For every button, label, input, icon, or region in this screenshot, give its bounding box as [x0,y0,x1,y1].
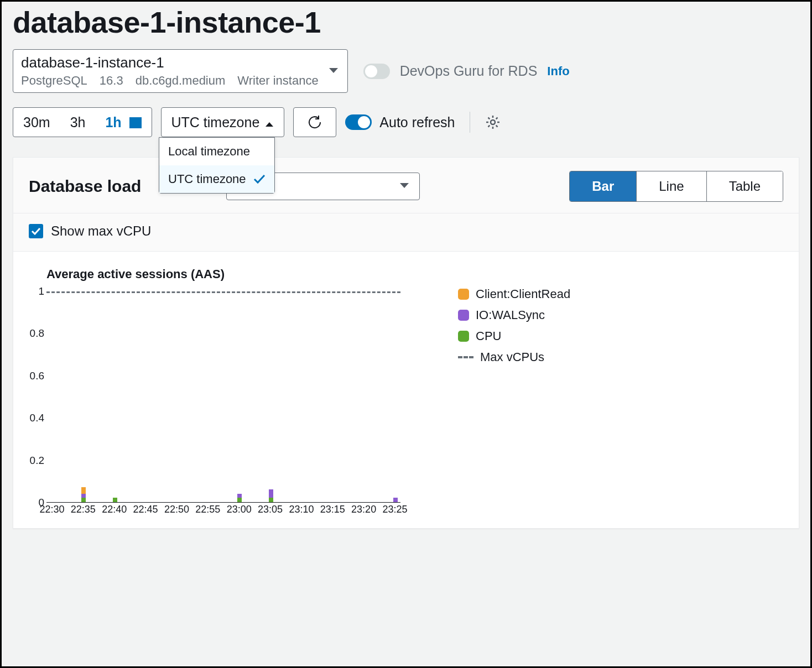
database-load-panel: Database load Bar Line Table Show max vC… [13,157,799,529]
instance-name: database-1-instance-1 [21,54,319,71]
svg-point-7 [491,120,495,124]
gear-icon[interactable] [485,114,501,131]
page-title: database-1-instance-1 [13,5,799,39]
view-table[interactable]: Table [706,171,783,201]
svg-rect-4 [132,123,133,124]
timezone-selected-label: UTC timezone [171,114,260,131]
time-range-segment: 30m 3h 1h [13,107,152,137]
refresh-button[interactable] [293,107,336,137]
svg-rect-1 [132,120,133,122]
caret-down-icon [399,181,409,191]
instance-version: 16.3 [100,74,123,88]
show-max-vcpu-label[interactable]: Show max vCPU [51,223,151,239]
divider [470,112,470,133]
refresh-icon [306,114,323,131]
timezone-option-label: Local timezone [168,144,250,159]
timezone-option-utc[interactable]: UTC timezone [159,165,274,193]
auto-refresh-toggle[interactable] [345,114,372,130]
timezone-select[interactable]: UTC timezone [161,107,285,137]
auto-refresh-label: Auto refresh [379,114,455,131]
view-line[interactable]: Line [636,171,706,201]
chart-plot: 00.20.40.60.81 22:3022:3522:4022:4522:50… [46,291,400,513]
svg-rect-5 [134,123,136,124]
caret-down-icon [329,66,339,76]
svg-rect-2 [134,120,136,122]
check-icon [253,174,266,184]
chart-view-segment: Bar Line Table [569,171,783,202]
instance-select[interactable]: database-1-instance-1 PostgreSQL 16.3 db… [13,49,348,93]
timezone-dropdown: Local timezone UTC timezone [159,137,275,194]
timezone-option-local[interactable]: Local timezone [159,138,274,165]
show-max-vcpu-checkbox[interactable] [29,224,43,238]
legend-item[interactable]: Client:ClientRead [458,287,570,301]
instance-class: db.c6gd.medium [136,74,226,88]
time-range-30m[interactable]: 30m [13,108,60,137]
time-range-1h-label: 1h [105,114,121,131]
time-range-1h[interactable]: 1h [95,108,151,137]
caret-up-icon [265,114,274,131]
legend-item[interactable]: CPU [458,329,570,343]
chart-legend: Client:ClientReadIO:WALSyncCPUMax vCPUs [458,267,570,513]
devops-label: DevOps Guru for RDS [400,63,538,79]
panel-title: Database load [29,177,141,196]
calendar-icon [129,116,142,128]
instance-engine: PostgreSQL [21,74,87,88]
chart-title: Average active sessions (AAS) [46,267,445,281]
legend-item[interactable]: IO:WALSync [458,308,570,322]
legend-item[interactable]: Max vCPUs [458,350,570,364]
time-range-3h[interactable]: 3h [60,108,96,137]
svg-rect-6 [137,123,139,124]
instance-role: Writer instance [237,74,318,88]
devops-toggle[interactable] [363,64,390,79]
svg-rect-3 [137,120,139,122]
info-link[interactable]: Info [547,64,569,79]
view-bar[interactable]: Bar [570,171,636,201]
timezone-option-label: UTC timezone [168,172,246,186]
